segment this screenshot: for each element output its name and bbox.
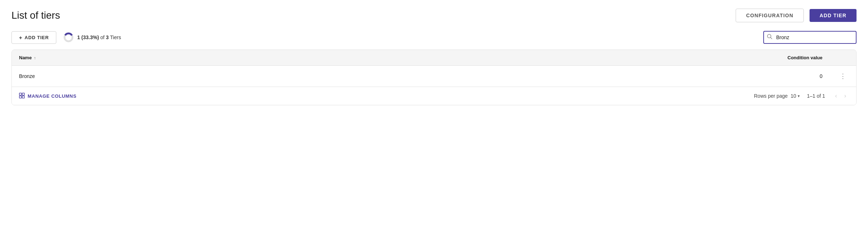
page-nav: ‹ ›	[832, 91, 849, 101]
row-name: Bronze	[19, 73, 35, 79]
grid-icon	[19, 93, 25, 100]
next-page-button[interactable]: ›	[841, 91, 849, 101]
search-input[interactable]	[763, 31, 857, 44]
toolbar-row: + ADD TIER 1 (33.3%) of 3 Tiers	[11, 31, 857, 44]
header-row: List of tiers CONFIGURATION ADD TIER	[11, 9, 857, 22]
chevron-right-icon: ›	[844, 93, 846, 99]
filter-count: 1 (33.3%)	[77, 34, 99, 40]
table-row: Bronze 0 ⋮	[12, 66, 856, 87]
th-name: Name ↑	[12, 50, 434, 66]
page-title: List of tiers	[11, 10, 60, 21]
filter-stats: 1 (33.3%) of 3 Tiers	[63, 32, 121, 42]
sort-asc-icon[interactable]: ↑	[34, 56, 36, 60]
row-more-button[interactable]: ⋮	[837, 71, 849, 81]
manage-columns-button[interactable]: MANAGE COLUMNS	[19, 93, 76, 100]
data-table: Name ↑ Condition value Bronze 0	[12, 50, 856, 87]
add-filter-label: ADD TIER	[25, 35, 49, 40]
svg-rect-5	[22, 93, 24, 95]
dropdown-icon: ▾	[798, 94, 800, 98]
svg-rect-7	[22, 96, 24, 98]
header-actions: CONFIGURATION ADD TIER	[736, 9, 857, 22]
rows-per-page-select[interactable]: 10 ▾	[791, 93, 800, 99]
th-name-label: Name	[19, 55, 32, 60]
rows-per-page-value: 10	[791, 93, 796, 99]
prev-page-button[interactable]: ‹	[832, 91, 840, 101]
th-condition-value: Condition value	[434, 50, 830, 66]
page-info: 1–1 of 1	[807, 93, 825, 99]
table-header-row: Name ↑ Condition value	[12, 50, 856, 66]
plus-icon: +	[19, 34, 23, 41]
configuration-button[interactable]: CONFIGURATION	[736, 9, 804, 22]
table-footer: MANAGE COLUMNS Rows per page 10 ▾ 1–1 of…	[12, 87, 856, 105]
svg-line-3	[771, 38, 772, 39]
add-tier-button[interactable]: ADD TIER	[810, 9, 857, 22]
pagination-area: Rows per page 10 ▾ 1–1 of 1 ‹ ›	[754, 91, 849, 101]
td-condition-value: 0	[434, 66, 830, 87]
table-head: Name ↑ Condition value	[12, 50, 856, 66]
rows-per-page: Rows per page 10 ▾	[754, 93, 800, 99]
add-filter-button[interactable]: + ADD TIER	[11, 31, 56, 44]
filter-stats-text: 1 (33.3%) of 3 Tiers	[77, 34, 121, 40]
table-body: Bronze 0 ⋮	[12, 66, 856, 87]
th-actions	[830, 50, 856, 66]
rows-per-page-label: Rows per page	[754, 93, 788, 99]
filter-total: 3	[106, 34, 109, 40]
table-container: Name ↑ Condition value Bronze 0	[11, 50, 857, 105]
td-actions: ⋮	[830, 66, 856, 87]
chevron-left-icon: ‹	[835, 93, 837, 99]
search-icon	[767, 34, 773, 41]
row-condition-value: 0	[820, 73, 822, 79]
th-condition-label: Condition value	[788, 55, 823, 60]
svg-rect-4	[19, 93, 22, 95]
toolbar-left: + ADD TIER 1 (33.3%) of 3 Tiers	[11, 31, 121, 44]
search-container	[763, 31, 857, 44]
more-vert-icon: ⋮	[840, 73, 846, 80]
manage-columns-label: MANAGE COLUMNS	[28, 93, 76, 99]
svg-rect-6	[19, 96, 22, 98]
td-name: Bronze	[12, 66, 434, 87]
donut-chart-icon	[63, 32, 74, 42]
